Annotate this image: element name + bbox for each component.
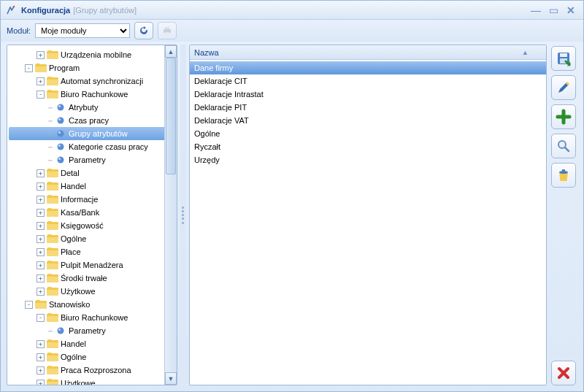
close-window-button[interactable]: ✕ [563, 4, 579, 17]
tree-item[interactable]: ⋯Czas pracy [9, 114, 175, 127]
tree-item-label: Księgowość [61, 221, 104, 230]
folder-icon [47, 194, 58, 204]
tree-folder[interactable]: -Program [9, 61, 175, 74]
folder-icon [47, 89, 58, 99]
expander-icon[interactable]: - [25, 64, 33, 72]
tree-item-label: Urządzenia mobilne [61, 50, 131, 59]
expander-icon[interactable]: + [36, 340, 45, 348]
expander-icon[interactable]: - [25, 301, 33, 309]
folder-icon [47, 312, 58, 323]
attribute-group-list[interactable]: Dane firmyDeklaracje CITDeklaracje Intra… [190, 60, 546, 168]
svg-point-0 [13, 5, 15, 7]
svg-point-12 [58, 157, 64, 164]
folder-icon [47, 365, 58, 375]
tree-item[interactable]: ⋯Kategorie czasu pracy [9, 140, 175, 153]
expander-icon[interactable]: + [36, 288, 45, 296]
expander-icon[interactable]: - [36, 91, 45, 99]
tree-item[interactable]: ⋯Grupy atrybutów [9, 127, 175, 140]
expander-icon[interactable]: + [36, 196, 45, 204]
side-toolbar [550, 45, 577, 385]
expander-icon[interactable]: + [36, 380, 45, 385]
tree-item-label: Czas pracy [69, 116, 109, 125]
tree-folder[interactable]: +Detal [9, 166, 175, 180]
tree-folder[interactable]: -Biuro Rachunkowe [9, 88, 175, 101]
minimize-button[interactable]: — [528, 4, 544, 17]
expander-icon[interactable]: + [36, 209, 45, 217]
folder-icon [47, 286, 58, 296]
tree-item-label: Kasa/Bank [61, 208, 99, 217]
svg-rect-2 [165, 27, 169, 29]
tree-folder[interactable]: +Księgowość [9, 219, 175, 232]
splitter[interactable] [180, 45, 186, 385]
expander-icon[interactable]: + [36, 51, 45, 59]
expander-icon[interactable]: + [36, 222, 45, 230]
item-icon [55, 326, 66, 336]
list-item[interactable]: Deklaracje Intrastat [190, 88, 546, 101]
tree-folder[interactable]: +Handel [9, 180, 175, 193]
tree-folder[interactable]: +Praca Rozproszona [9, 364, 175, 377]
list-item[interactable]: Urzędy [190, 153, 546, 166]
scroll-up-button[interactable]: ▲ [165, 45, 177, 58]
tree-item-label: Grupy atrybutów [69, 129, 128, 138]
delete-button[interactable] [551, 163, 576, 188]
expander-icon[interactable]: + [36, 235, 45, 243]
svg-point-15 [58, 328, 61, 331]
list-header-name[interactable]: Nazwa ▲ [190, 45, 546, 60]
module-select[interactable]: Moje moduły [35, 23, 130, 38]
save-button[interactable] [551, 46, 576, 71]
expander-icon[interactable]: - [36, 314, 45, 322]
expander-icon[interactable]: + [36, 169, 45, 177]
tree-folder[interactable]: +Płace [9, 245, 175, 258]
add-button[interactable] [551, 104, 576, 129]
maximize-button[interactable]: ▭ [545, 4, 561, 17]
config-tree[interactable]: +Urządzenia mobilne-Program+Automat sync… [7, 45, 177, 385]
list-item[interactable]: Dane firmy [190, 61, 546, 74]
app-icon [5, 4, 17, 16]
tree-connector: ⋯ [48, 156, 53, 164]
list-item[interactable]: Ryczałt [190, 140, 546, 153]
tree-connector: ⋯ [48, 130, 53, 138]
tree-folder[interactable]: -Stanowisko [9, 298, 175, 311]
scroll-down-button[interactable]: ▼ [165, 372, 177, 385]
expander-icon[interactable]: + [36, 77, 45, 85]
tree-item-label: Automat synchronizacji [61, 77, 143, 85]
expander-icon[interactable]: + [36, 353, 45, 361]
expander-icon[interactable]: + [36, 366, 45, 374]
tree-folder[interactable]: +Ogólne [9, 232, 175, 245]
list-item[interactable]: Deklaracje VAT [190, 114, 546, 127]
tree-folder[interactable]: +Urządzenia mobilne [9, 48, 175, 61]
tree-folder[interactable]: +Ogólne [9, 350, 175, 364]
tree-item-label: Stanowisko [49, 300, 90, 309]
edit-button[interactable] [551, 75, 576, 100]
tree-item-label: Ogólne [61, 353, 86, 361]
tree-item-label: Płace [61, 247, 81, 256]
tree-folder[interactable]: +Handel [9, 337, 175, 350]
expander-icon[interactable]: + [36, 261, 45, 269]
expander-icon[interactable]: + [36, 274, 45, 283]
tree-item[interactable]: ⋯Parametry [9, 153, 175, 166]
search-button[interactable] [551, 134, 576, 158]
close-button[interactable] [551, 361, 576, 385]
refresh-button[interactable] [134, 22, 153, 39]
list-item[interactable]: Ogólne [190, 127, 546, 140]
tree-folder[interactable]: +Środki trwałe [9, 272, 175, 285]
list-item[interactable]: Deklaracje CIT [190, 74, 546, 88]
tree-folder[interactable]: +Użytkowe [9, 285, 175, 298]
tree-folder[interactable]: +Informacje [9, 193, 175, 206]
tree-folder[interactable]: +Kasa/Bank [9, 206, 175, 219]
expander-icon[interactable]: + [36, 182, 45, 191]
tree-folder[interactable]: +Automat synchronizacji [9, 74, 175, 88]
folder-icon [35, 299, 47, 310]
svg-rect-17 [560, 53, 567, 57]
plus-icon [556, 109, 572, 125]
expander-icon[interactable]: + [36, 248, 45, 256]
list-item[interactable]: Deklaracje PIT [190, 101, 546, 114]
tree-folder[interactable]: -Biuro Rachunkowe [9, 311, 175, 324]
tree-scrollbar[interactable]: ▲ ▼ [164, 45, 177, 385]
tree-item-label: Parametry [69, 326, 106, 335]
tree-folder[interactable]: +Użytkowe [9, 377, 175, 385]
scroll-thumb[interactable] [166, 58, 176, 174]
tree-item[interactable]: ⋯Parametry [9, 324, 175, 337]
tree-item[interactable]: ⋯Atrybuty [9, 101, 175, 114]
tree-folder[interactable]: +Pulpit Menadżera [9, 258, 175, 272]
